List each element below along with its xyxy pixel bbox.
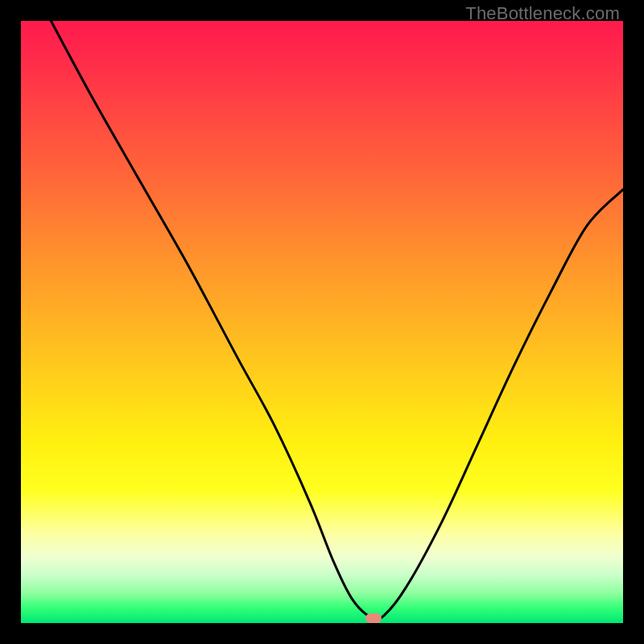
plot-area bbox=[21, 21, 623, 623]
chart-frame: TheBottleneck.com bbox=[0, 0, 644, 644]
optimal-marker-icon bbox=[365, 613, 382, 623]
bottleneck-curve bbox=[21, 21, 623, 623]
